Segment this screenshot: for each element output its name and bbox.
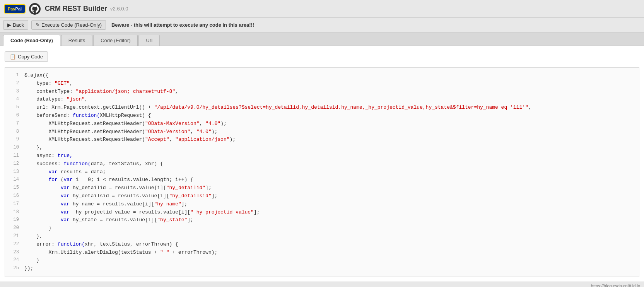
tab-code-readonly[interactable]: Code (Read-Only) [3, 35, 60, 46]
code-text: var hy_state = results.value[i]["hy_stat… [24, 216, 636, 224]
line-number: 7 [8, 120, 19, 127]
code-text: var hy_detailid = results.value[i]["hy_d… [24, 184, 636, 192]
line-number: 12 [8, 160, 19, 167]
tab-results[interactable]: Results [61, 35, 92, 46]
code-text: $.ajax({ [24, 72, 636, 80]
line-number: 1 [8, 72, 19, 79]
back-button[interactable]: ▶ Back [3, 20, 28, 30]
line-number: 5 [8, 104, 19, 111]
line-number: 8 [8, 128, 19, 135]
table-row: 16 var hy_detailsid = results.value[i]["… [5, 192, 639, 200]
copy-label: Copy Code [18, 54, 43, 60]
code-text: }, [24, 232, 636, 241]
header: PayPal CRM REST Builder v2.6.0.0 [0, 0, 644, 18]
table-row: 12 success: function(data, textStatus, x… [5, 160, 639, 168]
code-text: error: function(xhr, textStatus, errorTh… [24, 241, 636, 249]
line-number: 9 [8, 136, 19, 143]
code-text: } [24, 224, 636, 232]
table-row: 11 async: true, [5, 152, 639, 160]
table-row: 15 var hy_detailid = results.value[i]["h… [5, 184, 639, 192]
table-row: 4 datatype: "json", [5, 96, 639, 104]
table-row: 18 var _hy_projectid_value = results.val… [5, 208, 639, 217]
table-row: 14 for (var i = 0; i < results.value.len… [5, 176, 639, 184]
line-number: 4 [8, 96, 19, 103]
code-text: }, [24, 144, 636, 152]
table-row: 13 var results = data; [5, 168, 639, 176]
table-row: 24 } [5, 256, 639, 265]
github-icon [29, 3, 41, 15]
table-row: 5 url: Xrm.Page.context.getClientUrl() +… [5, 104, 639, 112]
line-number: 22 [8, 241, 19, 248]
table-row: 9 XMLHttpRequest.setRequestHeader("Accep… [5, 136, 639, 144]
table-row: 20 } [5, 224, 639, 232]
copy-icon: 📋 [10, 54, 16, 60]
tab-url[interactable]: Url [138, 35, 160, 46]
line-number: 21 [8, 232, 19, 240]
code-text: } [24, 256, 636, 265]
code-text: for (var i = 0; i < results.value.length… [24, 176, 636, 184]
code-text: XMLHttpRequest.setRequestHeader("OData-V… [24, 128, 636, 136]
code-text: XMLHttpRequest.setRequestHeader("OData-M… [24, 120, 636, 128]
code-text: var hy_detailsid = results.value[i]["hy_… [24, 192, 636, 200]
tab-code-editor[interactable]: Code (Editor) [93, 35, 138, 46]
line-number: 23 [8, 249, 19, 256]
code-text: contentType: "application/json; charset=… [24, 88, 636, 96]
code-text: success: function(data, textStatus, xhr)… [24, 160, 636, 168]
copy-code-button[interactable]: 📋 Copy Code [5, 51, 48, 62]
execute-button[interactable]: ✎ Execute Code (Read-Only) [31, 20, 106, 30]
execute-icon: ✎ [36, 22, 40, 28]
line-number: 11 [8, 152, 19, 159]
app-title: CRM REST Builder [45, 5, 107, 13]
code-text: Xrm.Utility.alertDialog(textStatus + " "… [24, 249, 636, 257]
table-row: 6 beforeSend: function(XMLHttpRequest) { [5, 112, 639, 120]
line-number: 17 [8, 200, 19, 208]
table-row: 21 }, [5, 232, 639, 241]
table-row: 17 var hy_name = results.value[i]["hy_na… [5, 200, 639, 208]
code-text: var hy_name = results.value[i]["hy_name"… [24, 200, 636, 208]
code-text: var _hy_projectid_value = results.value[… [24, 208, 636, 217]
code-text: beforeSend: function(XMLHttpRequest) { [24, 112, 636, 120]
line-number: 24 [8, 256, 19, 264]
line-number: 2 [8, 80, 19, 87]
line-number: 19 [8, 216, 19, 224]
code-text: datatype: "json", [24, 96, 636, 104]
content-area: 📋 Copy Code 1$.ajax({2 type: "GET",3 con… [0, 46, 644, 282]
table-row: 10 }, [5, 144, 639, 152]
app-version: v2.6.0.0 [110, 6, 128, 12]
table-row: 8 XMLHttpRequest.setRequestHeader("OData… [5, 128, 639, 136]
table-row: 22 error: function(xhr, textStatus, erro… [5, 241, 639, 249]
line-number: 25 [8, 265, 19, 272]
back-icon: ▶ [7, 22, 11, 28]
code-text: XMLHttpRequest.setRequestHeader("Accept"… [24, 136, 636, 144]
footer: https://blog.csdn.cnItt.id.io [0, 282, 644, 287]
table-row: 25}); [5, 265, 639, 273]
toolbar: ▶ Back ✎ Execute Code (Read-Only) Beware… [0, 18, 644, 32]
line-number: 16 [8, 192, 19, 200]
line-number: 6 [8, 112, 19, 119]
table-row: 1$.ajax({ [5, 72, 639, 80]
code-text: url: Xrm.Page.context.getClientUrl() + "… [24, 104, 636, 112]
footer-url: https://blog.csdn.cnItt.id.io [591, 284, 640, 287]
table-row: 19 var hy_state = results.value[i]["hy_s… [5, 216, 639, 224]
tab-bar: Code (Read-Only) Results Code (Editor) U… [0, 32, 644, 46]
line-number: 18 [8, 208, 19, 216]
table-row: 7 XMLHttpRequest.setRequestHeader("OData… [5, 120, 639, 128]
warning-text: Beware - this will attempt to execute an… [111, 22, 254, 28]
code-text: type: "GET", [24, 80, 636, 88]
back-label: Back [13, 22, 24, 28]
line-number: 14 [8, 176, 19, 183]
line-number: 10 [8, 144, 19, 151]
table-row: 3 contentType: "application/json; charse… [5, 88, 639, 96]
line-number: 13 [8, 168, 19, 176]
line-number: 15 [8, 184, 19, 191]
line-number: 3 [8, 88, 19, 95]
code-block: 1$.ajax({2 type: "GET",3 contentType: "a… [5, 67, 639, 277]
table-row: 2 type: "GET", [5, 80, 639, 88]
code-text: }); [24, 265, 636, 273]
code-text: var results = data; [24, 168, 636, 176]
line-number: 20 [8, 224, 19, 232]
execute-label: Execute Code (Read-Only) [41, 22, 102, 28]
table-row: 23 Xrm.Utility.alertDialog(textStatus + … [5, 249, 639, 257]
code-text: async: true, [24, 152, 636, 160]
paypal-logo: PayPal [4, 4, 26, 14]
